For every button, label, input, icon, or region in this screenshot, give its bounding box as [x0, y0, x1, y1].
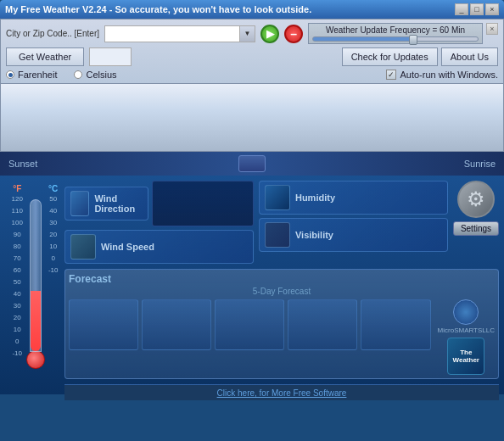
fahrenheit-radio-group: Farenheit	[6, 70, 57, 80]
city-input[interactable]	[104, 25, 240, 42]
check-updates-button[interactable]: Check for Updates	[342, 47, 438, 66]
tick-c10: 10	[49, 243, 57, 254]
thermometer-tube	[30, 199, 42, 352]
visibility-widget[interactable]: Visibility	[259, 218, 448, 252]
fahrenheit-radio[interactable]	[6, 70, 14, 79]
settings-area: ⚙ Settings	[453, 181, 499, 236]
tick-c-neg10: -10	[48, 266, 59, 278]
thermometer: °F 120 110 100 90 80 70 60 50 40 30 20 1…	[5, 181, 64, 389]
forecast-header: Forecast	[69, 273, 495, 287]
forecast-day-1	[69, 299, 138, 350]
forecast-section: Forecast 5-Day Forecast MicroSMARTSLLC	[64, 269, 499, 379]
visibility-label: Visibility	[295, 230, 333, 240]
forecast-title: Forecast	[69, 273, 111, 285]
thermometer-bulb	[26, 350, 45, 369]
widget-area: Wind Direction Wind Speed Humidity	[64, 181, 499, 264]
humidity-label: Humidity	[295, 193, 335, 203]
freq-slider-thumb[interactable]	[409, 35, 417, 45]
settings-button[interactable]: Settings	[453, 221, 499, 236]
wind-direction-icon	[70, 191, 89, 216]
forecast-content: MicroSMARTSLLC The Weather	[69, 299, 495, 375]
wind-direction-label: Wind Direction	[94, 193, 143, 214]
sun-bar: Sunset Sunrise	[0, 152, 504, 176]
tick-80: 80	[14, 243, 21, 254]
maximize-button[interactable]: □	[470, 3, 484, 15]
microsmart-logo: MicroSMARTSLLC	[438, 299, 495, 334]
close-button[interactable]: ×	[485, 3, 499, 15]
app-title: My Free Weather V2.24 - So accurate, you…	[5, 4, 311, 14]
options-row: Farenheit Celsius ✓ Auto-run with Window…	[6, 70, 498, 80]
forecast-day-4	[288, 299, 357, 350]
tick-10: 10	[14, 326, 21, 338]
humidity-icon	[265, 185, 290, 210]
thermometer-fill	[31, 291, 41, 351]
tick-70: 70	[14, 254, 21, 266]
f-scale-label: °F	[13, 184, 21, 193]
c-scale-label: °C	[48, 184, 58, 193]
freq-close-button[interactable]: ×	[486, 23, 498, 35]
top-panel: City or Zip Code.. [Enter] ▼ ▶ – Weather…	[0, 19, 504, 84]
forecast-day-3	[215, 299, 284, 350]
visibility-icon	[265, 222, 290, 248]
micro-text: MicroSMARTSLLC	[438, 327, 495, 334]
more-software-link[interactable]: Click here, for More Free Software	[217, 388, 347, 398]
tick-40: 40	[14, 290, 21, 302]
sunrise-label: Sunrise	[464, 159, 496, 169]
tick-c50: 50	[49, 195, 57, 207]
autorun-group: ✓ Auto-run with Windows.	[386, 70, 498, 80]
autorun-checkbox[interactable]: ✓	[386, 70, 396, 80]
wind-direction-display	[152, 181, 254, 226]
city-label: City or Zip Code.. [Enter]	[6, 29, 99, 38]
celsius-scale: °C 50 40 30 20 10 0 -10	[48, 184, 59, 278]
minimize-button[interactable]: _	[455, 3, 468, 15]
stop-button[interactable]: –	[284, 25, 303, 43]
sunset-label: Sunset	[8, 159, 37, 169]
wind-speed-row: Wind Speed	[64, 230, 254, 264]
forecast-day-5	[361, 299, 430, 350]
tick-30: 30	[14, 302, 21, 314]
get-weather-button[interactable]: Get Weather	[6, 47, 84, 66]
weather-display-area	[0, 84, 504, 152]
city-input-wrapper: ▼	[104, 25, 255, 42]
celsius-label: Celsius	[86, 70, 116, 80]
tick-60: 60	[14, 266, 21, 278]
thermo-scales: °F 120 110 100 90 80 70 60 50 40 30 20 1…	[12, 184, 59, 362]
weather-logo-line2: Weather	[453, 356, 479, 364]
watermark-bar: Click here, for More Free Software	[64, 384, 499, 400]
tick-neg10: -10	[12, 349, 22, 361]
celsius-radio-group: Celsius	[74, 70, 116, 80]
window-controls: _ □ ×	[455, 3, 499, 15]
weather-display-input	[89, 47, 132, 66]
weather-logo-line1: The	[460, 349, 472, 356]
freq-label: Weather Update Frequency = 60 Min	[312, 25, 479, 35]
autorun-label: Auto-run with Windows.	[400, 70, 498, 80]
frequency-box: Weather Update Frequency = 60 Min	[308, 23, 483, 44]
wind-speed-icon	[70, 234, 96, 260]
right-content: Wind Direction Wind Speed Humidity	[64, 181, 499, 389]
city-dropdown-arrow[interactable]: ▼	[240, 25, 255, 42]
wind-speed-widget[interactable]: Wind Speed	[64, 230, 254, 264]
bottom-logos: MicroSMARTSLLC The Weather	[438, 299, 495, 375]
tick-20: 20	[14, 314, 21, 326]
tick-c20: 20	[49, 231, 57, 243]
go-button[interactable]: ▶	[260, 25, 279, 43]
tick-0: 0	[15, 338, 19, 349]
micro-circle-icon	[453, 299, 479, 325]
city-row: City or Zip Code.. [Enter] ▼ ▶ – Weather…	[6, 23, 498, 44]
weather-channel-logo: The Weather	[447, 338, 484, 375]
wind-direction-widget[interactable]: Wind Direction	[64, 187, 148, 220]
about-button[interactable]: About Us	[441, 47, 498, 66]
celsius-radio[interactable]	[74, 70, 82, 79]
widgets-column: Wind Direction Wind Speed	[64, 181, 254, 264]
freq-slider[interactable]	[312, 36, 479, 42]
humidity-widget[interactable]: Humidity	[259, 181, 448, 215]
tick-120: 120	[12, 195, 23, 207]
tick-c30: 30	[49, 219, 57, 231]
checkmark-icon: ✓	[388, 70, 395, 79]
wind-direction-row: Wind Direction	[64, 181, 254, 226]
tick-c40: 40	[49, 207, 57, 219]
action-row: Get Weather Check for Updates About Us	[6, 47, 498, 66]
sun-position-indicator	[238, 155, 266, 172]
settings-gear-icon[interactable]: ⚙	[457, 181, 495, 218]
tick-50: 50	[14, 278, 21, 290]
